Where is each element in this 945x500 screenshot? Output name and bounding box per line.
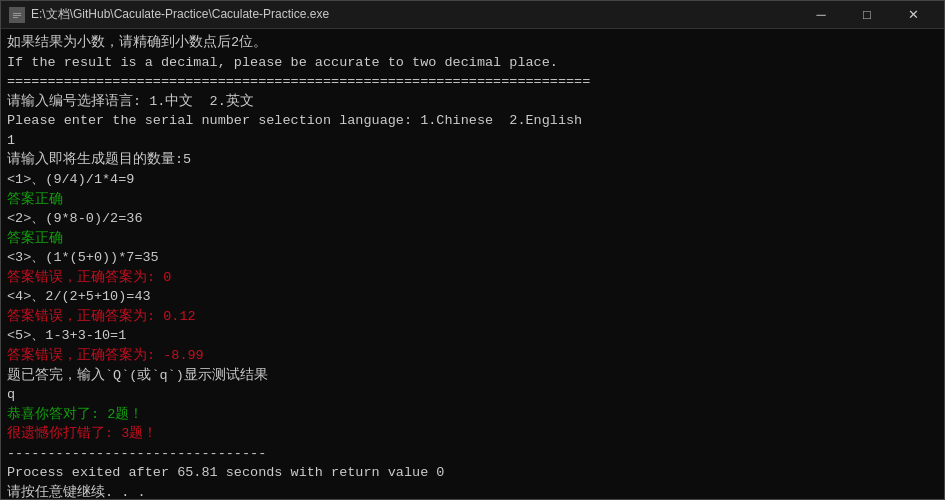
maximize-button[interactable]: □ [844,1,890,29]
console-line-19: 恭喜你答对了: 2题！ [7,405,938,425]
console-line-23: Process exited after 65.81 seconds with … [7,463,938,483]
console-lines: 如果结果为小数，请精确到小数点后2位。If the result is a de… [7,33,938,499]
window-title: E:\文档\GitHub\Caculate-Practice\Caculate-… [31,6,798,23]
close-button[interactable]: ✕ [890,1,936,29]
console-line-16: 答案错误，正确答案为: -8.99 [7,346,938,366]
svg-rect-2 [13,15,21,16]
console-line-11: <3>、(1*(5+0))*7=35 [7,248,938,268]
console-line-13: <4>、2/(2+5+10)=43 [7,287,938,307]
console-line-0: 如果结果为小数，请精确到小数点后2位。 [7,33,938,53]
console-line-15: <5>、1-3+3-10=1 [7,326,938,346]
console-line-8: 答案正确 [7,190,938,210]
console-line-17: 题已答完，输入`Q`(或`q`)显示测试结果 [7,366,938,386]
console-line-4: Please enter the serial number selection… [7,111,938,131]
console-line-3: 请输入编号选择语言: 1.中文 2.英文 [7,92,938,112]
console-line-6: 请输入即将生成题目的数量:5 [7,150,938,170]
console-line-14: 答案错误，正确答案为: 0.12 [7,307,938,327]
console-line-20: 很遗憾你打错了: 3题！ [7,424,938,444]
window-controls: ─ □ ✕ [798,1,936,29]
console-line-18: q [7,385,938,405]
console-line-21: -------------------------------- [7,444,938,464]
console-line-24: 请按任意键继续. . . [7,483,938,499]
title-bar: E:\文档\GitHub\Caculate-Practice\Caculate-… [1,1,944,29]
terminal-window: E:\文档\GitHub\Caculate-Practice\Caculate-… [0,0,945,500]
svg-rect-3 [13,17,18,18]
console-line-12: 答案错误，正确答案为: 0 [7,268,938,288]
console-output: 如果结果为小数，请精确到小数点后2位。If the result is a de… [1,29,944,499]
console-line-1: If the result is a decimal, please be ac… [7,53,938,73]
svg-rect-1 [13,13,21,14]
minimize-button[interactable]: ─ [798,1,844,29]
console-line-5: 1 [7,131,938,151]
window-icon [9,7,25,23]
console-line-9: <2>、(9*8-0)/2=36 [7,209,938,229]
console-line-10: 答案正确 [7,229,938,249]
console-line-7: <1>、(9/4)/1*4=9 [7,170,938,190]
console-line-2: ========================================… [7,72,938,92]
